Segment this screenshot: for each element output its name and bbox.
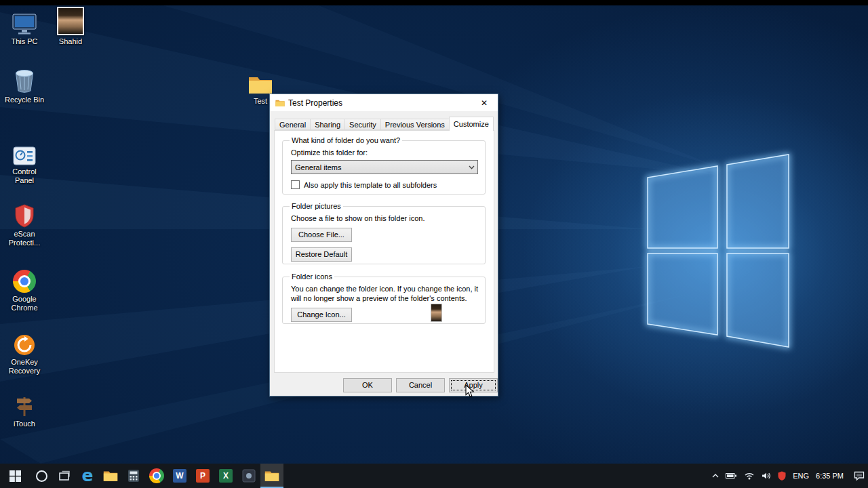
desktop-icon-control-panel[interactable]: Control Panel [3, 138, 46, 185]
desktop-icon-escan[interactable]: eScan Protecti... [3, 201, 46, 247]
desktop-icon-google-chrome[interactable]: Google Chrome [3, 266, 46, 312]
onekey-recovery-icon [14, 329, 35, 356]
system-tray: ENG 6:35 PM [709, 464, 868, 488]
excel-button[interactable]: X [214, 464, 237, 488]
folder-icons-description: You can change the folder icon. If you c… [291, 284, 479, 303]
word-icon: W [173, 469, 186, 483]
desktop-icon-shahid[interactable]: Shahid [49, 8, 92, 46]
folder-icons-group: Folder icons You can change the folder i… [282, 272, 486, 324]
photo-thumbnail [431, 304, 442, 322]
escan-tray-shield-icon[interactable] [774, 464, 789, 488]
change-icon-button[interactable]: Change Icon... [291, 308, 352, 322]
test-properties-dialog: Test Properties ✕ General Sharing Securi… [269, 94, 498, 396]
optimize-group-title: What kind of folder do you want? [290, 136, 402, 144]
start-button[interactable] [0, 464, 30, 488]
checkbox-icon[interactable] [291, 180, 300, 189]
task-view-icon [58, 469, 71, 483]
cortana-search-button[interactable] [30, 464, 53, 488]
this-pc-icon [12, 8, 37, 35]
tray-chevron-up-icon[interactable] [709, 464, 722, 488]
cortana-icon [36, 470, 47, 482]
taskbar: e W P X [0, 464, 868, 488]
desktop-icon-label: Google Chrome [3, 295, 46, 312]
optimize-label: Optimize this folder for: [291, 148, 479, 157]
recycle-bin-icon [14, 66, 35, 94]
folder-icon [248, 68, 273, 95]
word-button[interactable]: W [168, 464, 191, 488]
folder-icon [275, 99, 285, 107]
folder-pictures-group: Folder pictures Choose a file to show on… [282, 202, 486, 264]
desktop-icon-label: Control Panel [3, 167, 46, 185]
action-center-icon[interactable] [850, 464, 868, 488]
desktop-icon-label: iTouch [14, 420, 35, 428]
folder-pictures-title: Folder pictures [290, 202, 343, 210]
dialog-titlebar[interactable]: Test Properties ✕ [270, 94, 498, 111]
customize-tab-page: What kind of folder do you want? Optimiz… [274, 130, 494, 373]
dialog-button-row: OK Cancel Apply [270, 378, 498, 394]
folder-pictures-description: Choose a file to show on this folder ico… [291, 214, 479, 223]
tab-sharing[interactable]: Sharing [310, 119, 345, 130]
apply-template-checkbox-label: Also apply this template to all subfolde… [304, 181, 437, 189]
language-indicator[interactable]: ENG [789, 464, 812, 488]
tab-general[interactable]: General [275, 119, 311, 130]
desktop-icon-itouch[interactable]: iTouch [3, 390, 46, 428]
file-explorer-icon [103, 470, 118, 482]
clock[interactable]: 6:35 PM [812, 464, 850, 488]
desktop-icon-label: Recycle Bin [5, 96, 44, 104]
windows-logo-icon [9, 470, 21, 482]
optimize-dropdown[interactable]: General items [291, 160, 478, 174]
shahid-photo-icon [57, 8, 84, 35]
cancel-button[interactable]: Cancel [396, 378, 445, 392]
mouse-cursor [465, 384, 475, 398]
signpost-icon [14, 390, 35, 418]
open-folder-window-button[interactable] [260, 464, 283, 488]
powerpoint-icon: P [196, 469, 210, 483]
desktop-icon-onekey-recovery[interactable]: OneKey Recovery [3, 329, 46, 375]
tab-previous-versions[interactable]: Previous Versions [380, 119, 450, 130]
ok-button[interactable]: OK [343, 378, 392, 392]
desktop-icon-recycle-bin[interactable]: Recycle Bin [3, 66, 46, 104]
folder-icons-title: Folder icons [290, 272, 334, 281]
optimize-dropdown-value: General items [292, 163, 465, 171]
desktop-icon-label: Test [254, 97, 267, 106]
dialog-tabs: General Sharing Security Previous Versio… [275, 119, 494, 130]
tab-security[interactable]: Security [344, 119, 381, 130]
chrome-icon [13, 266, 36, 293]
powerpoint-button[interactable]: P [191, 464, 214, 488]
restore-default-button[interactable]: Restore Default [291, 247, 352, 262]
shield-icon [15, 201, 34, 228]
desktop-icon-label: This PC [11, 37, 37, 46]
calculator-icon [127, 469, 140, 483]
chevron-down-icon [465, 161, 477, 174]
edge-button[interactable]: e [76, 464, 99, 488]
folder-icon [264, 470, 279, 482]
wifi-icon[interactable] [741, 464, 758, 488]
desktop-icon-label: eScan Protecti... [3, 230, 46, 247]
desktop-icon-label: Shahid [59, 37, 82, 46]
control-panel-icon [13, 138, 36, 165]
letterbox-top [0, 0, 868, 5]
chrome-button[interactable] [145, 464, 168, 488]
volume-icon[interactable] [758, 464, 774, 488]
task-view-button[interactable] [53, 464, 76, 488]
optimize-group: What kind of folder do you want? Optimiz… [282, 136, 486, 195]
choose-file-button[interactable]: Choose File... [291, 228, 352, 242]
excel-icon: X [219, 469, 233, 483]
pinned-app-button[interactable] [237, 464, 260, 488]
calculator-button[interactable] [122, 464, 145, 488]
app-icon [242, 469, 256, 483]
file-explorer-button[interactable] [99, 464, 122, 488]
edge-icon: e [82, 468, 94, 483]
desktop-icon-label: OneKey Recovery [3, 358, 46, 375]
tab-customize[interactable]: Customize [449, 117, 494, 131]
desktop: This PC Shahid Recycle Bin Control Panel… [0, 5, 868, 464]
chrome-icon [149, 468, 164, 483]
apply-template-checkbox-row[interactable]: Also apply this template to all subfolde… [291, 180, 479, 189]
close-icon[interactable]: ✕ [471, 94, 498, 111]
screen: This PC Shahid Recycle Bin Control Panel… [0, 0, 868, 488]
taskbar-apps: e W P X [0, 464, 283, 488]
dialog-title: Test Properties [288, 98, 342, 108]
battery-icon[interactable] [722, 464, 741, 488]
desktop-icon-this-pc[interactable]: This PC [3, 8, 46, 46]
